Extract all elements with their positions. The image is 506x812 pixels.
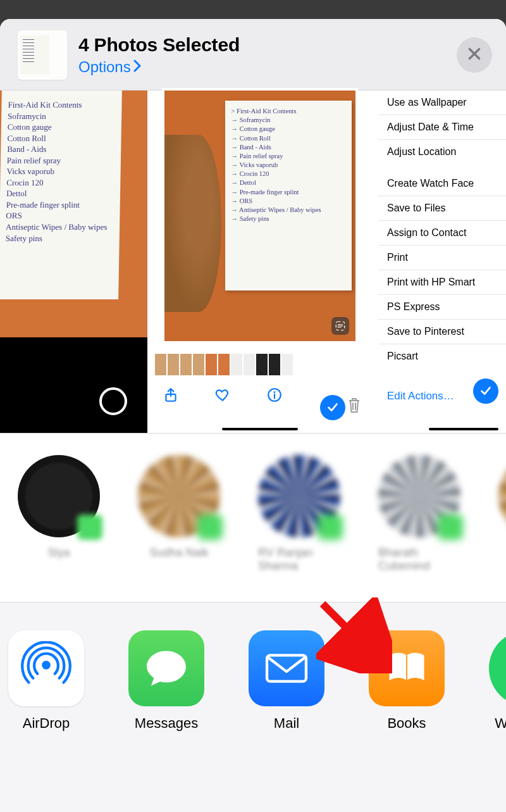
app-badge-icon	[438, 515, 463, 540]
close-button[interactable]	[457, 37, 492, 73]
app-messages[interactable]: Messages	[125, 630, 207, 732]
share-icon[interactable]	[163, 387, 179, 403]
options-label: Options	[78, 58, 131, 76]
app-whatsapp[interactable]: WhatsApp	[486, 630, 506, 732]
contact-item[interactable]: Siya	[18, 455, 100, 573]
action-save-to-pinterest[interactable]: Save to Pinterest	[378, 319, 506, 344]
share-sheet-header: 4 Photos Selected Options	[0, 19, 506, 90]
messages-icon	[128, 630, 204, 706]
photo-preview[interactable]: > First-Aid Kit Contents → Soframycin → …	[164, 91, 355, 341]
selection-thumbnail	[18, 30, 67, 80]
contact-name: Bharath Cubemind	[378, 546, 460, 573]
contact-item[interactable]: Bharath Cubemind	[378, 455, 460, 573]
airdrop-contacts-row[interactable]: Siya Sudha Naik RV Ranjan Sharma Bharath…	[0, 433, 506, 603]
share-sheet: 4 Photos Selected Options First-Aid Kit …	[0, 19, 506, 812]
actions-group-2: Create Watch Face Save to Files Assign t…	[378, 172, 506, 368]
action-assign-to-contact[interactable]: Assign to Contact	[378, 220, 506, 245]
contact-name: Sudha Naik	[149, 546, 208, 559]
contact-item[interactable]: Sudha Naik	[138, 455, 220, 573]
edit-actions-button[interactable]: Edit Actions…	[378, 390, 454, 403]
preview-row: First-Aid Kit Contents Soframycin Cotton…	[0, 90, 506, 433]
selection-check-icon[interactable]	[473, 378, 498, 404]
app-label: Mail	[274, 715, 299, 732]
live-text-icon[interactable]	[331, 317, 349, 335]
selection-title: 4 Photos Selected	[78, 34, 445, 56]
contact-avatar	[378, 455, 460, 537]
info-icon[interactable]	[266, 387, 283, 403]
selection-check-icon[interactable]	[320, 395, 345, 420]
photo-content-left: First-Aid Kit Contents Soframycin Cotton…	[0, 91, 122, 299]
airdrop-icon	[8, 630, 84, 706]
contact-avatar	[258, 455, 340, 537]
action-adjust-location[interactable]: Adjust Location	[378, 139, 506, 164]
contact-avatar	[18, 455, 100, 537]
action-picsart[interactable]: Picsart	[378, 344, 506, 368]
app-badge-icon	[77, 515, 102, 540]
action-print[interactable]: Print	[378, 245, 506, 270]
actions-group-1: Use as Wallpaper Adjust Date & Time Adju…	[378, 91, 506, 164]
app-mail[interactable]: Mail	[245, 630, 328, 732]
action-use-as-wallpaper[interactable]: Use as Wallpaper	[378, 91, 506, 115]
svg-point-4	[42, 661, 51, 670]
app-label: Books	[387, 715, 426, 732]
mail-icon	[249, 630, 324, 706]
app-label: AirDrop	[23, 715, 70, 732]
whatsapp-icon	[489, 630, 506, 706]
options-button[interactable]: Options	[78, 58, 141, 76]
action-save-to-files[interactable]: Save to Files	[378, 196, 506, 220]
contact-name: RV Ranjan Sharma	[258, 546, 340, 573]
home-indicator	[222, 428, 298, 430]
trash-icon[interactable]	[347, 396, 362, 418]
favorite-heart-icon[interactable]	[214, 387, 231, 403]
action-ps-express[interactable]: PS Express	[378, 294, 506, 319]
chevron-right-icon	[133, 58, 141, 76]
app-books[interactable]: Books	[366, 630, 448, 732]
app-label: WhatsApp	[495, 715, 506, 732]
app-badge-icon	[318, 515, 343, 540]
shutter-button-icon	[99, 387, 127, 415]
home-indicator	[429, 428, 498, 430]
photo-preview-pane: > First-Aid Kit Contents → Soframycin → …	[147, 91, 372, 433]
contact-name: Siya	[47, 546, 70, 559]
contact-avatar	[498, 455, 506, 537]
app-airdrop[interactable]: AirDrop	[5, 630, 87, 732]
photo-thumbnail-strip[interactable]	[152, 354, 293, 375]
contact-item[interactable]	[498, 455, 506, 573]
books-icon	[369, 630, 445, 706]
action-adjust-date-time[interactable]: Adjust Date & Time	[378, 115, 506, 139]
action-create-watch-face[interactable]: Create Watch Face	[378, 172, 506, 196]
photo-content: > First-Aid Kit Contents → Soframycin → …	[225, 101, 352, 290]
app-badge-icon	[197, 515, 223, 540]
svg-rect-5	[267, 655, 306, 681]
svg-point-3	[274, 391, 276, 393]
contact-item[interactable]: RV Ranjan Sharma	[258, 455, 340, 573]
close-icon	[466, 46, 483, 65]
camera-preview-pane: First-Aid Kit Contents Soframycin Cotton…	[0, 91, 147, 433]
app-label: Messages	[135, 715, 198, 732]
action-print-hp-smart[interactable]: Print with HP Smart	[378, 270, 506, 294]
actions-pane: Use as Wallpaper Adjust Date & Time Adju…	[372, 91, 506, 433]
contact-avatar	[138, 455, 220, 537]
share-apps-row[interactable]: AirDrop Messages Mail Books WhatsApp	[0, 603, 506, 732]
